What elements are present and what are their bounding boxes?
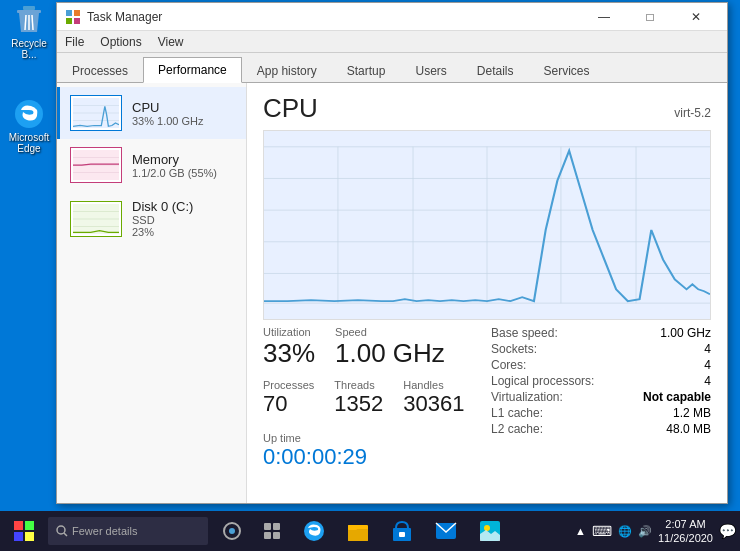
tab-services[interactable]: Services (529, 58, 605, 83)
taskbar-edge[interactable] (292, 511, 336, 551)
recycle-bin-label: Recycle B... (4, 38, 54, 60)
svg-line-2 (25, 15, 26, 30)
memory-thumbnail (70, 147, 122, 183)
svg-rect-44 (264, 532, 271, 539)
cores-label: Cores: (491, 358, 526, 372)
tab-app-history[interactable]: App history (242, 58, 332, 83)
maximize-button[interactable]: □ (627, 3, 673, 31)
menu-file[interactable]: File (57, 33, 92, 51)
virt-row: Virtualization: Not capable (491, 390, 711, 404)
tray-arrow[interactable]: ▲ (575, 525, 586, 537)
system-tray: ▲ ⌨ 🌐 🔊 2:07 AM 11/26/2020 💬 (575, 517, 740, 546)
taskbar-mail[interactable] (424, 511, 468, 551)
svg-rect-0 (17, 10, 41, 13)
logical-label: Logical processors: (491, 374, 594, 388)
tab-processes[interactable]: Processes (57, 58, 143, 83)
title-bar: Task Manager — □ ✕ (57, 3, 727, 31)
svg-rect-8 (66, 18, 72, 24)
cpu-title: CPU (263, 93, 318, 124)
logical-row: Logical processors: 4 (491, 374, 711, 388)
tab-details[interactable]: Details (462, 58, 529, 83)
svg-rect-36 (14, 532, 23, 541)
hostname: virt-5.2 (674, 106, 711, 124)
svg-line-4 (32, 15, 33, 30)
task-manager-window: Task Manager — □ ✕ File Options View Pro… (56, 2, 728, 504)
virt-value: Not capable (643, 390, 711, 404)
utilization-label: Utilization (263, 326, 315, 338)
l1-value: 1.2 MB (673, 406, 711, 420)
base-speed-row: Base speed: 1.00 GHz (491, 326, 711, 340)
threads-value: 1352 (334, 391, 383, 417)
handles-value: 30361 (403, 391, 464, 417)
tray-keyboard[interactable]: ⌨ (592, 523, 612, 539)
uptime-label: Up time (263, 432, 491, 444)
window-title: Task Manager (87, 10, 581, 24)
menu-bar: File Options View (57, 31, 727, 53)
menu-options[interactable]: Options (92, 33, 149, 51)
stats-right: Base speed: 1.00 GHz Sockets: 4 Cores: 4 (491, 326, 711, 470)
svg-point-38 (57, 526, 65, 534)
sidebar: CPU 33% 1.00 GHz (57, 83, 247, 503)
search-bar[interactable]: Fewer details (48, 517, 208, 545)
edge-label: MicrosoftEdge (9, 132, 50, 154)
taskbar-task-view[interactable] (252, 511, 292, 551)
svg-rect-42 (264, 523, 271, 530)
uptime-value: 0:00:00:29 (263, 444, 491, 470)
cpu-label: CPU (132, 100, 204, 115)
main-header: CPU virt-5.2 (263, 93, 711, 124)
recycle-bin-icon[interactable]: Recycle B... (4, 4, 54, 60)
disk-thumbnail (70, 201, 122, 237)
processes-value: 70 (263, 391, 314, 417)
menu-view[interactable]: View (150, 33, 192, 51)
l2-label: L2 cache: (491, 422, 543, 436)
desktop-icons: Recycle B... MicrosoftEdge (4, 4, 54, 154)
svg-rect-6 (66, 10, 72, 16)
taskbar-photos[interactable] (468, 511, 512, 551)
notifications-button[interactable]: 💬 (719, 523, 736, 539)
tab-users[interactable]: Users (400, 58, 461, 83)
svg-rect-34 (14, 521, 23, 530)
svg-point-41 (229, 528, 235, 534)
svg-rect-37 (25, 532, 34, 541)
svg-point-5 (15, 100, 43, 128)
utilization-speed-group: Utilization 33% Speed 1.00 GHz (263, 326, 491, 369)
svg-rect-35 (25, 521, 34, 530)
stats-area: Utilization 33% Speed 1.00 GHz Processes (263, 326, 711, 470)
start-button[interactable] (0, 511, 48, 551)
svg-rect-43 (273, 523, 280, 530)
svg-rect-1 (23, 6, 35, 10)
l1-label: L1 cache: (491, 406, 543, 420)
main-panel: CPU virt-5.2 % Utilization 100% 60 secon… (247, 83, 727, 503)
sidebar-item-cpu[interactable]: CPU 33% 1.00 GHz (57, 87, 246, 139)
svg-rect-7 (74, 10, 80, 16)
close-button[interactable]: ✕ (673, 3, 719, 31)
processes-label: Processes (263, 379, 314, 391)
clock-time: 2:07 AM (658, 517, 713, 531)
l1-row: L1 cache: 1.2 MB (491, 406, 711, 420)
disk-info: Disk 0 (C:) SSD23% (132, 199, 193, 238)
l2-row: L2 cache: 48.0 MB (491, 422, 711, 436)
taskbar: Fewer details (0, 511, 740, 551)
utilization-stat: Utilization 33% (263, 326, 315, 369)
threads-label: Threads (334, 379, 383, 391)
edge-icon[interactable]: MicrosoftEdge (4, 98, 54, 154)
taskbar-store[interactable] (380, 511, 424, 551)
speed-stat: Speed 1.00 GHz (335, 326, 445, 369)
svg-line-39 (64, 533, 67, 536)
cpu-info: CPU 33% 1.00 GHz (132, 100, 204, 127)
tab-performance[interactable]: Performance (143, 57, 242, 83)
sidebar-item-disk[interactable]: Disk 0 (C:) SSD23% (57, 191, 246, 246)
utilization-value: 33% (263, 338, 315, 369)
taskbar-explorer[interactable] (336, 511, 380, 551)
tab-startup[interactable]: Startup (332, 58, 401, 83)
handles-stat: Handles 30361 (403, 379, 464, 417)
taskbar-cortana[interactable] (212, 511, 252, 551)
svg-rect-51 (399, 532, 405, 537)
sockets-value: 4 (704, 342, 711, 356)
minimize-button[interactable]: — (581, 3, 627, 31)
clock[interactable]: 2:07 AM 11/26/2020 (658, 517, 713, 546)
speed-label: Speed (335, 326, 445, 338)
sidebar-item-memory[interactable]: Memory 1.1/2.0 GB (55%) (57, 139, 246, 191)
tray-volume[interactable]: 🔊 (638, 525, 652, 538)
tray-network[interactable]: 🌐 (618, 525, 632, 538)
